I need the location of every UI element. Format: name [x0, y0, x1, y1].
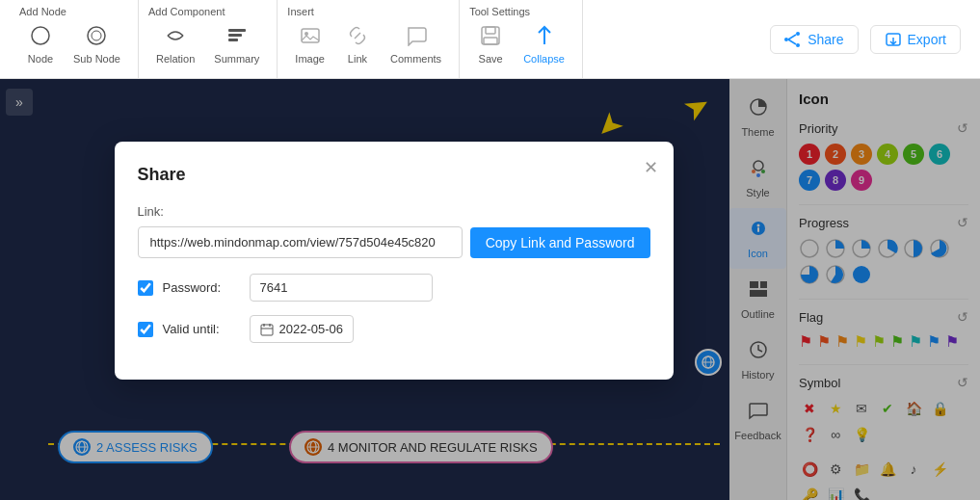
save-icon [480, 25, 501, 51]
svg-point-1 [88, 27, 105, 44]
svg-point-12 [796, 43, 800, 47]
link-icon [347, 25, 368, 51]
copy-link-password-button[interactable]: Copy Link and Password [470, 227, 650, 258]
export-button[interactable]: Export [870, 25, 961, 54]
calendar-icon [260, 323, 274, 336]
toolbar-right: Share Export [770, 25, 970, 54]
share-icon [784, 32, 802, 47]
toolbar-btn-save-label: Save [479, 53, 503, 65]
valid-until-row: Valid until: 2022-05-06 [138, 315, 650, 343]
valid-until-label: Valid until: [163, 322, 240, 336]
export-icon [885, 32, 902, 47]
svg-point-13 [784, 38, 788, 41]
toolbar-btn-relation-label: Relation [156, 53, 195, 65]
toolbar-btn-summary-label: Summary [214, 53, 259, 65]
export-btn-label: Export [908, 32, 946, 47]
toolbar-group-label-tool-settings: Tool Settings [469, 6, 530, 17]
password-label: Password: [163, 280, 240, 295]
toolbar-btn-node-label: Node [28, 53, 53, 65]
svg-rect-3 [228, 29, 246, 32]
toolbar-btn-subnode-label: Sub Node [73, 53, 120, 65]
password-row: Password: [138, 274, 650, 302]
toolbar: Add Node Node Sub Node Add Component [0, 0, 980, 79]
share-button[interactable]: Share [770, 25, 858, 54]
toolbar-btn-comments[interactable]: Comments [383, 21, 449, 68]
toolbar-btn-collapse[interactable]: Collapse [516, 21, 572, 68]
link-label: Link: [138, 204, 650, 219]
svg-rect-10 [484, 38, 497, 44]
modal-overlay: ✕ Share Link: Copy Link and Password Pas… [0, 79, 980, 500]
toolbar-group-label-insert: Insert [287, 6, 314, 17]
link-row: Copy Link and Password [138, 226, 650, 258]
svg-point-2 [92, 31, 101, 40]
toolbar-btn-link-label: Link [348, 53, 367, 65]
date-value: 2022-05-06 [279, 322, 344, 336]
node-icon-toolbar [30, 25, 51, 51]
relation-icon [165, 25, 186, 51]
password-checkbox[interactable] [138, 280, 153, 296]
toolbar-btn-node[interactable]: Node [19, 21, 62, 68]
valid-until-checkbox[interactable] [138, 322, 153, 337]
collapse-icon [534, 25, 555, 51]
svg-point-0 [32, 27, 49, 44]
svg-rect-5 [228, 39, 238, 41]
summary-icon [226, 25, 248, 51]
svg-point-11 [796, 32, 800, 36]
toolbar-items-add-component: Relation Summary [148, 21, 267, 68]
canvas-area[interactable]: 2 ASSESS RISKS 4 MONITOR AND REGULATE RI… [0, 79, 980, 500]
modal-close-btn[interactable]: ✕ [644, 157, 658, 178]
toolbar-btn-comments-label: Comments [390, 53, 441, 65]
toolbar-group-insert: Insert Image Link Comments [278, 0, 460, 78]
toolbar-items-insert: Image Link Comments [287, 21, 449, 68]
link-input[interactable] [138, 226, 463, 258]
share-btn-label: Share [808, 32, 843, 47]
comments-icon [406, 25, 427, 51]
toolbar-items-add-node: Node Sub Node [19, 21, 128, 68]
svg-rect-26 [261, 325, 273, 335]
toolbar-group-label-add-component: Add Component [148, 6, 225, 17]
share-modal: ✕ Share Link: Copy Link and Password Pas… [115, 142, 674, 380]
toolbar-group-add-node: Add Node Node Sub Node [10, 0, 139, 78]
toolbar-btn-summary[interactable]: Summary [206, 21, 267, 68]
toolbar-btn-relation[interactable]: Relation [148, 21, 202, 68]
toolbar-btn-link[interactable]: Link [336, 21, 379, 68]
svg-rect-9 [486, 27, 495, 34]
toolbar-group-tool-settings: Tool Settings Save Collapse [460, 0, 583, 78]
svg-rect-4 [228, 34, 242, 37]
toolbar-btn-image-label: Image [295, 53, 325, 65]
svg-rect-6 [302, 29, 319, 42]
svg-line-14 [788, 35, 796, 39]
toolbar-btn-image[interactable]: Image [287, 21, 332, 68]
toolbar-btn-collapse-label: Collapse [523, 53, 565, 65]
svg-line-15 [788, 39, 796, 44]
password-input[interactable] [250, 274, 433, 302]
toolbar-btn-subnode[interactable]: Sub Node [66, 21, 128, 68]
toolbar-group-label-add-node: Add Node [19, 6, 66, 17]
modal-title: Share [138, 165, 650, 185]
toolbar-group-add-component: Add Component Relation Summary [139, 0, 278, 78]
subnode-icon-toolbar [86, 25, 107, 51]
image-icon [300, 25, 321, 51]
toolbar-btn-save[interactable]: Save [469, 21, 512, 68]
toolbar-items-tool-settings: Save Collapse [469, 21, 572, 68]
date-input[interactable]: 2022-05-06 [250, 315, 355, 343]
